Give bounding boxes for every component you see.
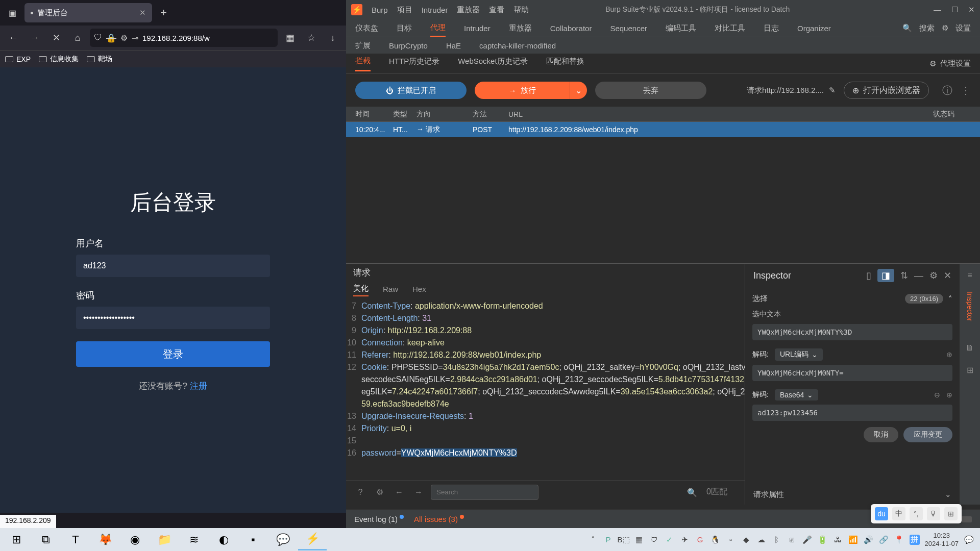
col-direction[interactable]: 方向 bbox=[412, 110, 469, 119]
notepad-icon[interactable]: T bbox=[61, 529, 90, 550]
forward-button[interactable]: → bbox=[26, 29, 44, 47]
editor-tab-hex[interactable]: Hex bbox=[412, 285, 426, 295]
search-icon[interactable]: 🔍 bbox=[687, 488, 697, 497]
edit-icon[interactable]: ✎ bbox=[829, 86, 836, 95]
tray-check-icon[interactable]: ✓ bbox=[665, 535, 675, 545]
bookmark-info[interactable]: 信息收集 bbox=[39, 55, 79, 64]
qr-icon[interactable]: ▦ bbox=[281, 29, 299, 47]
chevron-up-icon[interactable]: ˄ bbox=[948, 294, 952, 304]
help-icon[interactable]: ⓘ bbox=[942, 84, 952, 97]
inspector-select-header[interactable]: 选择 22 (0x16) ˄ bbox=[752, 291, 952, 307]
tray-p-icon[interactable]: P bbox=[603, 535, 614, 545]
decode-1-value[interactable]: YWQxMjM6cHcxMjM0NTY= bbox=[752, 365, 952, 381]
vscode-icon[interactable]: ≋ bbox=[180, 529, 208, 550]
maximize-icon[interactable]: ☐ bbox=[951, 5, 958, 14]
col-url[interactable]: URL bbox=[504, 110, 929, 118]
shield-icon[interactable]: 🛡 bbox=[94, 33, 102, 42]
terminal-icon[interactable]: ▪ bbox=[239, 529, 267, 550]
side-tab-inspector[interactable]: Inspector bbox=[966, 292, 974, 321]
chat-icon[interactable]: 💬 bbox=[268, 529, 297, 550]
edge-icon[interactable]: ◐ bbox=[209, 529, 238, 550]
tray-bluetooth-icon[interactable]: ᛒ bbox=[772, 535, 782, 545]
url-bar[interactable]: 🛡 🔒 ⚙ ⊸ 192.168.2.209:88/w bbox=[90, 29, 278, 47]
browser-tab[interactable]: 管理后台 ✕ bbox=[24, 3, 152, 22]
new-tab-button[interactable]: + bbox=[156, 6, 171, 19]
tray-mic-icon[interactable]: 🎤 bbox=[802, 535, 813, 545]
start-button[interactable]: ⊞ bbox=[2, 529, 31, 550]
tray-shield-icon[interactable]: 🛡 bbox=[649, 535, 659, 545]
minimize-icon[interactable]: — bbox=[934, 5, 941, 14]
register-link[interactable]: 注册 bbox=[190, 381, 207, 391]
tray-bx-icon[interactable]: B⬚ bbox=[619, 535, 629, 545]
insecure-icon[interactable]: 🔒 bbox=[106, 33, 116, 43]
decode-type-select-1[interactable]: URL编码⌄ bbox=[775, 348, 823, 361]
proxy-tab-ws-history[interactable]: WebSocket历史记录 bbox=[458, 57, 527, 70]
ime-du-icon[interactable]: du bbox=[875, 507, 888, 520]
firefox-icon[interactable]: 🦊 bbox=[91, 529, 119, 550]
close-icon[interactable]: ✕ bbox=[944, 270, 951, 281]
bookmark-star-icon[interactable]: ☆ bbox=[302, 29, 321, 47]
search-prev-icon[interactable]: ← bbox=[392, 485, 406, 499]
gear-icon[interactable]: ⚙ bbox=[929, 270, 938, 281]
tab-target[interactable]: 目标 bbox=[397, 23, 412, 33]
recent-tabs-icon[interactable]: ▣ bbox=[4, 5, 20, 21]
tray-network-icon[interactable]: 🖧 bbox=[833, 535, 843, 545]
downloads-icon[interactable]: ↓ bbox=[324, 29, 342, 47]
col-type[interactable]: 类型 bbox=[389, 110, 412, 119]
search-input[interactable] bbox=[431, 485, 538, 500]
tab-close-icon[interactable]: ✕ bbox=[139, 8, 146, 17]
tab-extensions[interactable]: 扩展 bbox=[355, 41, 371, 51]
forward-dropdown-button[interactable]: ⌄ bbox=[570, 82, 587, 99]
remove-decode-icon[interactable]: ⊖ bbox=[934, 391, 940, 399]
tab-decoder[interactable]: 编码工具 bbox=[666, 23, 696, 33]
login-submit-button[interactable]: 登录 bbox=[76, 341, 270, 367]
tray-penguin-icon[interactable]: 🐧 bbox=[710, 535, 721, 545]
drop-button[interactable]: 丢弃 bbox=[595, 82, 706, 99]
tray-app2-icon[interactable]: ▫ bbox=[726, 535, 736, 545]
proxy-settings-button[interactable]: ⚙代理设置 bbox=[929, 59, 971, 68]
tab-captcha[interactable]: captcha-killer-modified bbox=[479, 41, 556, 50]
inspector-apply-button[interactable]: 应用变更 bbox=[903, 427, 952, 442]
burp-taskbar-icon[interactable]: ⚡ bbox=[298, 529, 327, 550]
side-icon-1[interactable]: ≡ bbox=[964, 269, 976, 282]
request-list-empty-area[interactable] bbox=[346, 137, 980, 263]
open-browser-button[interactable]: ⊕打开内嵌浏览器 bbox=[844, 82, 929, 99]
selected-text-value[interactable]: YWQxMjM6cHcxMjM0NTY%3D bbox=[752, 324, 952, 340]
bookmark-target[interactable]: 靶场 bbox=[87, 55, 112, 64]
menu-burp[interactable]: Burp bbox=[372, 6, 388, 14]
gear-icon[interactable]: ⚙ bbox=[942, 23, 948, 33]
tray-link-icon[interactable]: 🔗 bbox=[879, 535, 889, 545]
collapse-icon[interactable]: — bbox=[914, 270, 923, 281]
expand-icon[interactable]: ⇅ bbox=[900, 270, 908, 281]
request-row[interactable]: 10:20:4... HT... → 请求 POST http://192.16… bbox=[346, 122, 980, 137]
tray-ime-icon[interactable]: 拼 bbox=[910, 535, 920, 545]
menu-repeater[interactable]: 重放器 bbox=[457, 5, 480, 15]
tab-intruder[interactable]: Intruder bbox=[464, 24, 491, 33]
taskbar-clock[interactable]: 10:23 2024-11-07 bbox=[925, 532, 959, 548]
editor-tab-pretty[interactable]: 美化 bbox=[353, 284, 369, 296]
tray-telegram-icon[interactable]: ✈ bbox=[680, 535, 690, 545]
col-time[interactable]: 时间 bbox=[351, 110, 389, 119]
search-next-icon[interactable]: → bbox=[411, 485, 426, 499]
tab-hae[interactable]: HaE bbox=[446, 41, 461, 50]
tray-g-icon[interactable]: G bbox=[695, 535, 705, 545]
menu-help[interactable]: 帮助 bbox=[513, 5, 529, 15]
tray-app1-icon[interactable]: ▦ bbox=[634, 535, 644, 545]
proxy-tab-match-replace[interactable]: 匹配和替换 bbox=[546, 57, 584, 70]
menu-intruder[interactable]: Intruder bbox=[422, 6, 448, 14]
home-button[interactable]: ⌂ bbox=[68, 29, 87, 47]
search-icon[interactable]: 🔍 bbox=[902, 23, 912, 33]
ime-grid-icon[interactable]: ⊞ bbox=[944, 507, 958, 520]
side-filter-icon[interactable]: ⊞ bbox=[964, 364, 976, 377]
close-icon[interactable]: ✕ bbox=[968, 5, 975, 14]
tab-logger[interactable]: 日志 bbox=[764, 23, 779, 33]
tab-repeater[interactable]: 重放器 bbox=[509, 23, 532, 33]
tray-usb-icon[interactable]: ⎚ bbox=[787, 535, 797, 545]
gear-icon[interactable]: ⚙ bbox=[373, 485, 387, 499]
tray-location-icon[interactable]: 📍 bbox=[894, 535, 904, 545]
tray-app3-icon[interactable]: ◆ bbox=[741, 535, 751, 545]
help-icon[interactable]: ? bbox=[353, 485, 368, 499]
intercept-toggle-button[interactable]: ⏻拦截已开启 bbox=[355, 82, 467, 99]
inspector-footer[interactable]: 请求属性 ⌄ bbox=[745, 485, 960, 505]
ime-zhong-icon[interactable]: 中 bbox=[892, 507, 905, 520]
